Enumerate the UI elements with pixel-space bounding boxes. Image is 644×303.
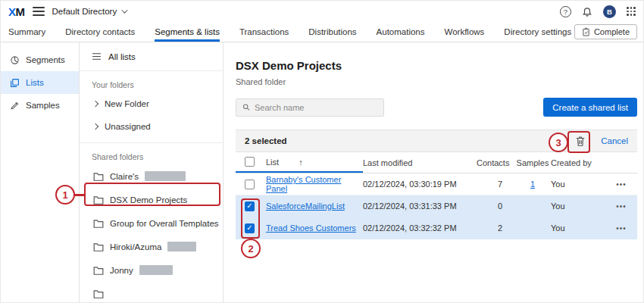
create-shared-list-button[interactable]: Create a shared list <box>543 98 637 117</box>
column-header-list[interactable]: List ↑ <box>266 152 363 173</box>
cell-last-modified: 02/12/2024, 03:32:32 PM <box>363 223 477 233</box>
tab-segments-and-lists[interactable]: Segments & lists <box>155 22 220 42</box>
xm-logo[interactable]: XM <box>8 5 25 18</box>
list-name-link[interactable]: SalesforceMailingList <box>266 201 345 211</box>
notifications-button[interactable] <box>582 6 592 17</box>
row-checkbox[interactable]: ✓ <box>245 201 255 211</box>
row-menu-button[interactable]: ••• <box>605 202 637 211</box>
chevron-down-icon <box>121 7 127 13</box>
sort-asc-icon: ↑ <box>299 158 303 167</box>
column-header-contacts[interactable]: Contacts <box>477 158 514 167</box>
tab-directory-contacts[interactable]: Directory contacts <box>65 22 135 42</box>
list-icon <box>92 52 102 61</box>
delete-button[interactable] <box>571 131 590 151</box>
samples-icon <box>10 101 20 111</box>
sidebar-item-segments[interactable]: Segments <box>1 48 79 71</box>
folders-panel: All lists Your folders New Folder Unassi… <box>80 42 224 303</box>
chevron-right-icon <box>92 123 98 130</box>
complete-button[interactable]: Complete <box>574 24 637 39</box>
cell-last-modified: 02/12/2024, 03:31:33 PM <box>363 201 477 211</box>
directory-selector[interactable]: Default Directory <box>52 7 127 16</box>
apps-grid-icon[interactable] <box>627 7 636 16</box>
complete-button-label: Complete <box>594 27 630 36</box>
help-button[interactable]: ? <box>560 6 571 17</box>
folder-item-dsx-demo-projects[interactable]: DSX Demo Projects <box>80 188 223 211</box>
folder-icon <box>93 289 104 298</box>
hamburger-menu-icon[interactable] <box>33 5 45 17</box>
sidebar-item-label: Lists <box>26 78 44 87</box>
question-icon: ? <box>564 8 567 16</box>
clipboard-icon <box>582 27 590 36</box>
folder-icon <box>93 195 104 205</box>
cell-contacts: 7 <box>477 180 514 189</box>
row-menu-button[interactable]: ••• <box>605 224 637 233</box>
directory-selector-label: Default Directory <box>52 7 117 16</box>
cell-created-by: You <box>551 201 605 211</box>
topbar-actions: ? B <box>560 5 636 18</box>
folder-item-unassigned[interactable]: Unassigned <box>80 115 223 138</box>
trash-icon <box>575 136 586 147</box>
bell-icon <box>582 6 592 17</box>
sidebar-item-samples[interactable]: Samples <box>1 94 79 117</box>
folder-item-hiroki-azuma[interactable]: Hiroki/Azuma <box>80 235 223 258</box>
avatar[interactable]: B <box>603 5 616 18</box>
cell-last-modified: 02/12/2024, 03:30:19 PM <box>363 180 477 189</box>
cancel-button[interactable]: Cancel <box>601 136 628 145</box>
search-box <box>236 98 384 117</box>
folder-icon <box>93 172 104 181</box>
tab-distributions[interactable]: Distributions <box>308 22 356 42</box>
redacted-text <box>139 265 173 275</box>
cell-created-by: You <box>551 180 605 189</box>
chevron-right-icon <box>92 101 98 107</box>
folder-item-unnamed[interactable] <box>80 282 223 303</box>
shared-folders-header: Shared folders <box>80 143 223 164</box>
tab-automations[interactable]: Automations <box>377 22 425 42</box>
cell-contacts: 2 <box>477 223 514 233</box>
table-body: Barnaby's Customer Panel 02/12/2024, 03:… <box>236 173 637 239</box>
column-header-created-by[interactable]: Created by <box>551 158 605 167</box>
folder-item-claires[interactable]: Claire's <box>80 164 223 188</box>
sidebar-item-lists[interactable]: Lists <box>1 71 79 94</box>
list-name-link[interactable]: Barnaby's Customer Panel <box>266 175 341 193</box>
table-row: ✓ Tread Shoes Customers 02/12/2024, 03:3… <box>236 217 637 239</box>
table-row: Barnaby's Customer Panel 02/12/2024, 03:… <box>236 173 637 195</box>
sidebar-item-label: Segments <box>26 55 65 64</box>
folder-item-group-for-overall-templates[interactable]: Group for Overall Templates <box>80 211 223 235</box>
main-nav: Summary Directory contacts Segments & li… <box>1 22 643 42</box>
page-subtitle: Shared folder <box>236 77 637 86</box>
lists-icon <box>10 78 20 88</box>
tab-workflows[interactable]: Workflows <box>445 22 485 42</box>
column-header-samples[interactable]: Samples <box>514 158 551 167</box>
samples-link[interactable]: 1 <box>530 180 535 189</box>
tab-summary[interactable]: Summary <box>8 22 45 42</box>
selection-bar: 2 selected Cancel <box>236 130 637 152</box>
all-lists-item[interactable]: All lists <box>80 42 223 71</box>
folder-item-new-folder[interactable]: New Folder <box>80 92 223 115</box>
table-row: ✓ SalesforceMailingList 02/12/2024, 03:3… <box>236 195 637 217</box>
row-checkbox[interactable] <box>245 180 255 189</box>
cell-created-by: You <box>551 223 605 233</box>
left-sidebar: Segments Lists Samples <box>1 42 80 303</box>
topbar: XM Default Directory ? B <box>1 1 643 22</box>
tab-transactions[interactable]: Transactions <box>239 22 289 42</box>
search-input[interactable] <box>255 103 377 112</box>
row-checkbox[interactable]: ✓ <box>245 223 255 233</box>
folder-icon <box>93 242 104 251</box>
page-title: DSX Demo Projects <box>236 59 637 72</box>
redacted-text <box>167 242 196 251</box>
tab-directory-settings[interactable]: Directory settings <box>504 22 571 42</box>
segments-icon <box>10 55 20 65</box>
list-name-link[interactable]: Tread Shoes Customers <box>266 223 356 233</box>
selection-count: 2 selected <box>245 136 287 145</box>
main-content: DSX Demo Projects Shared folder Create a… <box>224 42 643 303</box>
select-all-checkbox[interactable] <box>245 157 255 167</box>
search-icon <box>242 103 250 111</box>
cell-contacts: 0 <box>477 201 514 211</box>
table-header: List ↑ Last modified Contacts Samples Cr… <box>236 152 637 173</box>
folder-item-jonny[interactable]: Jonny <box>80 258 223 282</box>
column-header-last-modified[interactable]: Last modified <box>363 158 477 167</box>
all-lists-label: All lists <box>108 52 136 61</box>
row-menu-button[interactable]: ••• <box>605 180 637 189</box>
your-folders-header: Your folders <box>80 71 223 92</box>
folder-icon <box>93 219 104 228</box>
